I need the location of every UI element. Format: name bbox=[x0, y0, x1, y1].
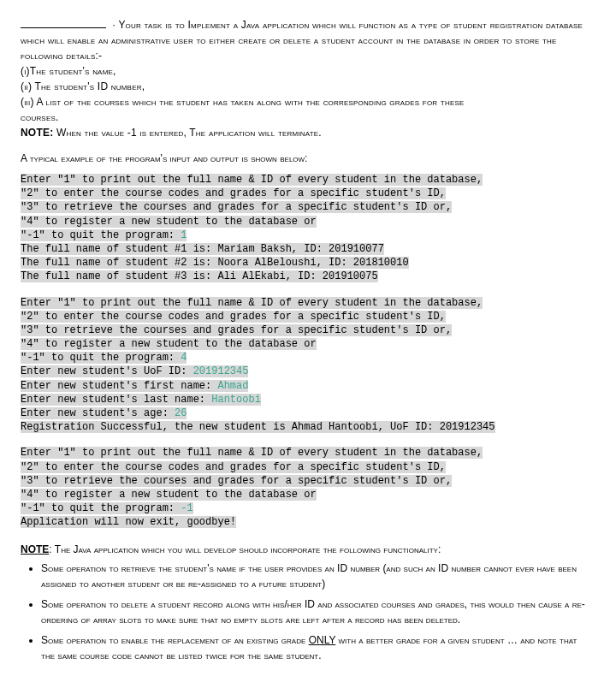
user-input: Hantoobi bbox=[211, 394, 261, 406]
user-input: 26 bbox=[175, 407, 187, 419]
user-input: 4 bbox=[181, 352, 187, 364]
code-line: The full name of student #1 is: Mariam B… bbox=[21, 243, 384, 255]
code-line: "3" to retrieve the courses and grades f… bbox=[21, 475, 452, 487]
code-line: Enter "1" to print out the full name & I… bbox=[21, 447, 483, 459]
code-line: "-1" to quit the program: bbox=[21, 502, 181, 514]
blank-underline bbox=[21, 27, 106, 28]
note-label: NOTE bbox=[21, 543, 49, 555]
code-line: "2" to enter the course codes and grades… bbox=[21, 187, 446, 199]
intro-item3: (iii) A list of the courses which the st… bbox=[21, 96, 465, 108]
bullet-text-a: Some operation to enable the replacement… bbox=[41, 634, 309, 646]
user-input: Ahmad bbox=[217, 380, 248, 392]
code-line: "3" to retrieve the courses and grades f… bbox=[21, 201, 452, 213]
code-line: Enter "1" to print out the full name & I… bbox=[21, 297, 483, 309]
functionality-note: NOTE: The Java application which you wil… bbox=[21, 542, 589, 664]
task-description: · Your task is to Implement a Java appli… bbox=[21, 17, 589, 140]
code-line: Enter new student's first name: bbox=[21, 380, 217, 392]
only-emphasis: ONLY bbox=[309, 634, 336, 646]
user-input: -1 bbox=[181, 502, 192, 514]
code-line: "2" to enter the course codes and grades… bbox=[21, 461, 446, 473]
code-line: Application will now exit, goodbye! bbox=[21, 516, 236, 528]
console-block-1: Enter "1" to print out the full name & I… bbox=[21, 173, 589, 284]
intro-item3b: courses. bbox=[21, 111, 59, 123]
note-label: NOTE: bbox=[21, 127, 53, 139]
code-line: "2" to enter the course codes and grades… bbox=[21, 311, 446, 323]
code-line: The full name of student #2 is: Noora Al… bbox=[21, 257, 409, 269]
bullet-delete: Some operation to delete a student recor… bbox=[41, 596, 589, 627]
note-rest: : The Java application which you will de… bbox=[49, 543, 441, 555]
functionality-bullets: Some operation to retrieve the student's… bbox=[41, 561, 589, 663]
console-block-2: Enter "1" to print out the full name & I… bbox=[21, 296, 589, 435]
note-text: When the value -1 is entered, The applic… bbox=[53, 127, 322, 139]
code-line: "-1" to quit the program: bbox=[21, 352, 181, 364]
intro-item2: (ii) The student's ID number, bbox=[21, 80, 145, 92]
console-block-3: Enter "1" to print out the full name & I… bbox=[21, 446, 589, 529]
code-line: "3" to retrieve the courses and grades f… bbox=[21, 324, 452, 336]
user-input: 201912345 bbox=[193, 365, 249, 377]
code-line: "4" to register a new student to the dat… bbox=[21, 338, 317, 350]
code-line: Enter new student's UoF ID: bbox=[21, 365, 193, 377]
intro-line1: · Your task is to Implement a Java appli… bbox=[113, 19, 417, 31]
bullet-replace-grade: Some operation to enable the replacement… bbox=[41, 632, 589, 663]
code-line: "-1" to quit the program: bbox=[21, 229, 181, 241]
code-line: "4" to register a new student to the dat… bbox=[21, 216, 317, 228]
example-heading: A typical example of the program's input… bbox=[21, 152, 589, 164]
code-line: Enter "1" to print out the full name & I… bbox=[21, 174, 483, 186]
intro-item1: (i)The student's name, bbox=[21, 65, 116, 77]
code-line: Registration Successful, the new student… bbox=[21, 421, 495, 433]
code-line: The full name of student #3 is: Ali AlEk… bbox=[21, 270, 378, 282]
code-line: Enter new student's last name: bbox=[21, 394, 211, 406]
code-line: Enter new student's age: bbox=[21, 407, 175, 419]
code-line: "4" to register a new student to the dat… bbox=[21, 489, 317, 501]
user-input: 1 bbox=[181, 229, 187, 241]
bullet-retrieve: Some operation to retrieve the student's… bbox=[41, 561, 589, 591]
